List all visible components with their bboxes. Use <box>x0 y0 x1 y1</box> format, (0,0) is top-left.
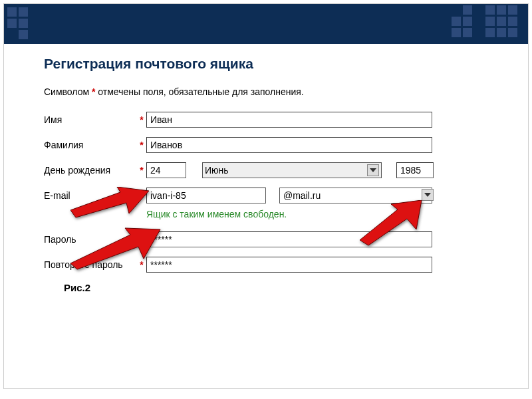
decor-square <box>508 17 517 26</box>
birthday-year-input[interactable] <box>396 162 434 178</box>
password-label: Пароль <box>44 234 137 245</box>
asterisk-icon: * <box>137 140 146 150</box>
last-name-input[interactable] <box>146 137 432 153</box>
decor-square <box>19 30 28 39</box>
password-confirm-input[interactable] <box>146 257 432 273</box>
first-name-input[interactable] <box>146 112 432 128</box>
decor-square <box>485 28 495 37</box>
decor-square <box>485 17 495 26</box>
last-name-label: Фамилия <box>44 140 137 150</box>
decor-square <box>463 17 472 26</box>
birthday-day-input[interactable] <box>146 162 186 178</box>
birthday-label: День рождения <box>44 165 137 176</box>
first-name-label: Имя <box>44 114 137 125</box>
asterisk-icon: * <box>137 165 146 176</box>
figure-caption: Рис.2 <box>64 282 501 293</box>
decor-square <box>452 28 461 37</box>
decor-square <box>19 7 28 17</box>
chevron-down-icon <box>422 189 434 201</box>
asterisk-icon: * <box>137 234 146 245</box>
note-pre: Символом <box>44 86 92 97</box>
decor-square <box>497 5 506 15</box>
page-title: Регистрация почтового ящика <box>44 56 501 72</box>
decor-square <box>508 5 517 15</box>
birthday-month-select[interactable]: Июнь <box>202 162 382 178</box>
birthday-month-value: Июнь <box>205 165 229 176</box>
email-domain-value: @mail.ru <box>283 190 321 201</box>
decor-square <box>497 28 506 37</box>
chevron-down-icon <box>367 164 379 176</box>
decor-square <box>7 19 17 28</box>
password-input[interactable] <box>146 231 432 247</box>
required-note: Символом * отмечены поля, обязательные д… <box>44 86 501 97</box>
asterisk-icon: * <box>137 259 146 270</box>
email-availability-message: Ящик с таким именем свободен. <box>146 209 501 219</box>
decor-square <box>452 17 461 26</box>
decor-square <box>7 7 17 17</box>
email-label: E-mail <box>44 190 137 201</box>
decor-square <box>497 17 506 26</box>
email-domain-select[interactable]: @mail.ru <box>279 188 432 203</box>
password-confirm-label: Повторите пароль <box>44 259 137 270</box>
decor-square <box>463 5 472 15</box>
decor-square <box>19 19 28 28</box>
email-username-input[interactable] <box>146 188 266 203</box>
asterisk-icon: * <box>137 114 146 125</box>
slide-topbar <box>4 4 528 44</box>
decor-square <box>463 28 472 37</box>
decor-square <box>508 28 517 37</box>
decor-square <box>485 5 495 15</box>
asterisk-icon: * <box>137 190 146 201</box>
note-post: отмечены поля, обязательные для заполнен… <box>95 86 303 97</box>
